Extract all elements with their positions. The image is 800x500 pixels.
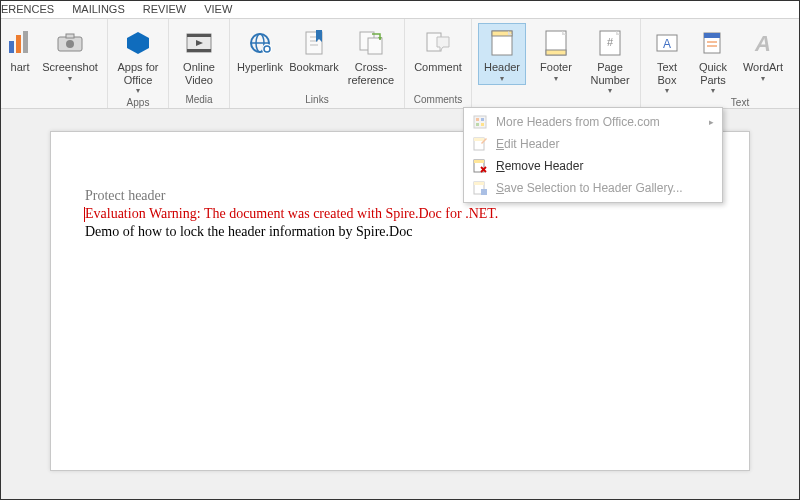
menu-tabs: ERENCES MAILINGS REVIEW VIEW bbox=[1, 1, 799, 19]
apps-for-office-button[interactable]: Apps for Office ▾ bbox=[114, 23, 162, 97]
svg-rect-43 bbox=[481, 118, 484, 121]
video-label: Online Video bbox=[177, 61, 221, 86]
ribbon: hart Screenshot ▾ Apps for Office ▾ Apps bbox=[1, 19, 799, 109]
caret-icon: ▾ bbox=[554, 74, 558, 83]
menu-save-label: Save Selection to Header Gallery... bbox=[496, 181, 683, 195]
office-icon bbox=[472, 114, 488, 130]
caret-icon: ▾ bbox=[665, 86, 669, 95]
group-text-label: Text bbox=[731, 97, 749, 110]
submenu-arrow-icon: ▸ bbox=[709, 117, 714, 127]
footer-icon bbox=[545, 25, 567, 61]
pagenum-icon: # bbox=[599, 25, 621, 61]
menu-more-label: More Headers from Office.com bbox=[496, 115, 660, 129]
dropcap-label: Drop Cap bbox=[795, 61, 800, 86]
comment-button[interactable]: Comment bbox=[411, 23, 465, 76]
tab-mailings[interactable]: MAILINGS bbox=[72, 3, 125, 15]
quickparts-label: Quick Parts bbox=[695, 61, 731, 86]
comment-label: Comment bbox=[414, 61, 462, 74]
wordart-icon: A bbox=[750, 25, 776, 61]
svg-rect-5 bbox=[66, 34, 74, 38]
bookmark-button[interactable]: Bookmark bbox=[290, 23, 338, 76]
menu-remove-header[interactable]: Remove Header bbox=[466, 155, 720, 177]
menu-more-headers: More Headers from Office.com ▸ bbox=[466, 111, 720, 133]
svg-rect-32 bbox=[704, 33, 720, 38]
header-label: Header bbox=[484, 61, 520, 74]
bookmark-label: Bookmark bbox=[289, 61, 339, 74]
drop-cap-button[interactable]: A Drop Cap ▾ bbox=[793, 23, 800, 97]
svg-rect-49 bbox=[474, 160, 484, 163]
wordart-label: WordArt bbox=[743, 61, 783, 74]
apps-label: Apps for Office bbox=[116, 61, 160, 86]
remove-header-icon bbox=[472, 158, 488, 174]
screenshot-icon bbox=[56, 25, 84, 61]
svg-rect-54 bbox=[481, 189, 487, 195]
save-gallery-icon bbox=[472, 180, 488, 196]
screenshot-button[interactable]: Screenshot ▾ bbox=[39, 23, 101, 85]
document-warning-text: Evaluation Warning: The document was cre… bbox=[85, 206, 715, 222]
svg-rect-41 bbox=[474, 116, 486, 128]
chart-icon bbox=[9, 25, 31, 61]
screenshot-label: Screenshot bbox=[42, 61, 98, 74]
svg-rect-9 bbox=[187, 49, 211, 52]
textbox-icon: A bbox=[655, 25, 679, 61]
online-video-button[interactable]: Online Video bbox=[175, 23, 223, 88]
footer-button[interactable]: Footer ▾ bbox=[532, 23, 580, 85]
svg-text:A: A bbox=[754, 31, 771, 55]
group-apps-label: Apps bbox=[127, 97, 150, 110]
caret-icon: ▾ bbox=[68, 74, 72, 83]
caret-icon: ▾ bbox=[136, 86, 140, 95]
pagenum-label: Page Number bbox=[588, 61, 632, 86]
quickparts-icon bbox=[701, 25, 725, 61]
svg-point-4 bbox=[66, 40, 74, 48]
chart-label: hart bbox=[11, 61, 30, 74]
svg-rect-53 bbox=[474, 182, 484, 185]
textbox-label: Text Box bbox=[649, 61, 685, 86]
svg-rect-42 bbox=[476, 118, 479, 121]
header-button[interactable]: Header ▾ bbox=[478, 23, 526, 85]
svg-rect-45 bbox=[481, 123, 484, 126]
caret-icon: ▾ bbox=[500, 74, 504, 83]
caret-icon: ▾ bbox=[761, 74, 765, 83]
cross-reference-button[interactable]: Cross-reference bbox=[344, 23, 398, 88]
header-icon bbox=[491, 25, 513, 61]
footer-label: Footer bbox=[540, 61, 572, 74]
svg-rect-47 bbox=[474, 138, 484, 141]
tab-review[interactable]: REVIEW bbox=[143, 3, 186, 15]
menu-edit-label: Edit Header bbox=[496, 137, 559, 151]
hyperlink-label: Hyperlink bbox=[237, 61, 283, 74]
bookmark-icon bbox=[302, 25, 326, 61]
edit-header-icon bbox=[472, 136, 488, 152]
tab-references[interactable]: ERENCES bbox=[1, 3, 54, 15]
crossref-label: Cross-reference bbox=[346, 61, 396, 86]
group-media-label: Media bbox=[185, 94, 212, 107]
menu-edit-header: Edit Header bbox=[466, 133, 720, 155]
document-body-text: Demo of how to lock the header informati… bbox=[85, 224, 715, 240]
text-cursor bbox=[84, 207, 85, 222]
hyperlink-button[interactable]: Hyperlink bbox=[236, 23, 284, 76]
svg-rect-26 bbox=[546, 50, 566, 55]
menu-remove-label: Remove Header bbox=[496, 159, 583, 173]
apps-icon bbox=[125, 25, 151, 61]
svg-rect-8 bbox=[187, 34, 211, 37]
header-dropdown-menu: More Headers from Office.com ▸ Edit Head… bbox=[463, 107, 723, 203]
page-number-button[interactable]: # Page Number ▾ bbox=[586, 23, 634, 97]
chart-button[interactable]: hart bbox=[7, 23, 33, 76]
group-comments-label: Comments bbox=[414, 94, 462, 107]
group-links-label: Links bbox=[305, 94, 328, 107]
svg-rect-20 bbox=[368, 38, 382, 54]
wordart-button[interactable]: A WordArt ▾ bbox=[739, 23, 787, 85]
caret-icon: ▾ bbox=[711, 86, 715, 95]
menu-save-to-gallery: Save Selection to Header Gallery... bbox=[466, 177, 720, 199]
svg-text:A: A bbox=[663, 37, 671, 51]
hyperlink-icon bbox=[246, 25, 274, 61]
text-box-button[interactable]: A Text Box ▾ bbox=[647, 23, 687, 97]
tab-view[interactable]: VIEW bbox=[204, 3, 232, 15]
caret-icon: ▾ bbox=[608, 86, 612, 95]
svg-rect-44 bbox=[476, 123, 479, 126]
comment-icon bbox=[425, 25, 451, 61]
svg-marker-6 bbox=[127, 32, 149, 54]
svg-text:#: # bbox=[607, 36, 614, 48]
svg-rect-0 bbox=[9, 41, 14, 53]
svg-rect-1 bbox=[16, 35, 21, 53]
quick-parts-button[interactable]: Quick Parts ▾ bbox=[693, 23, 733, 97]
